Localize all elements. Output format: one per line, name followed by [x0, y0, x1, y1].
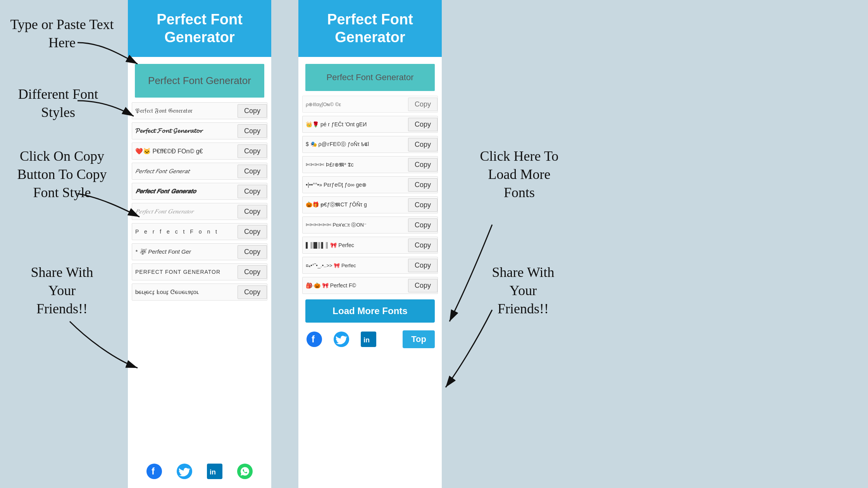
annotation-load-more: Click Here ToLoad MoreFonts — [465, 147, 574, 201]
right-panel-input: Perfect Font Generator — [305, 64, 435, 91]
copy-button[interactable]: Copy — [238, 285, 267, 299]
font-text: 𝙋𝙚𝙧𝙛𝙚𝙘𝙩 𝙁𝙤𝙣𝙩 𝙂𝙚𝙣𝙚𝙧𝙖𝙩𝙤 — [132, 186, 238, 197]
copy-button[interactable]: Copy — [408, 98, 437, 111]
font-row: P e r f e c t F o n t Copy — [132, 223, 267, 240]
font-text: 𝑃𝑒𝑟𝑓𝑒𝑐𝑡 𝐹𝑜𝑛𝑡 𝐺𝑒𝑛𝑒𝑟𝑎𝑡𝑜𝑟 — [132, 206, 238, 217]
font-row: $ 🎭 ρ@𝕣FE©⓪ ƒoŇτ ҍ𝕮l Copy — [302, 136, 438, 153]
font-row: ▌║█║▌║ 🎀 Perfec Copy — [302, 237, 438, 254]
font-row: 𝓟𝓮𝓻𝓯𝓮𝓬𝓽 𝓕𝓸𝓷𝓽 𝓖𝓮𝓷𝓮𝓻𝓪𝓽𝓸𝓻 Copy — [132, 122, 267, 139]
linkedin-icon[interactable]: in — [360, 330, 377, 348]
font-row: 🎒·🎃 🎀 Perfect F© Copy — [302, 277, 438, 294]
font-text: ¤₄•°˜•_.•..>> 🎀 Perfec — [303, 260, 408, 271]
font-text: ɹoʇɐɹǝuǝ⅁ ʇuoℲ ʇɔǝɟɹǝd — [132, 286, 238, 298]
copy-button[interactable]: Copy — [238, 245, 267, 259]
font-text: 👑🌹 pé r ƒEČt 'Ont gEИ — [303, 119, 408, 130]
font-text: PERFECT FONT GENERATOR — [132, 266, 238, 277]
right-panel-header: Perfect Font Generator — [298, 0, 442, 57]
font-text: ❤️🐱 P€ff€©Ð FOn© g€ — [132, 145, 238, 157]
left-panel: Perfect Font Generator 𝔓𝔢𝔯𝔣𝔢𝔠𝔱 𝔉𝔬𝔫𝔱 𝔊𝔢𝔫𝔢… — [128, 0, 271, 488]
whatsapp-icon[interactable] — [236, 462, 254, 480]
copy-button[interactable]: Copy — [408, 158, 437, 172]
font-row: PERFECT FONT GENERATOR Copy — [132, 263, 267, 280]
font-row: ✄✄✄✄✄✄ Pεя'e□τ ⓪ON⁻ Copy — [302, 217, 438, 234]
font-text: ✄✄✄✄ Þ£r⊕𝕸ᵃ 𝕿c — [303, 159, 408, 170]
top-button[interactable]: Top — [403, 330, 435, 348]
font-row: ɹoʇɐɹǝuǝ⅁ ʇuoℲ ʇɔǝɟɹǝd Copy — [132, 284, 267, 301]
facebook-icon[interactable]: f — [145, 462, 163, 480]
annotation-share-right: Share WithYourFriends!! — [473, 263, 574, 318]
twitter-icon[interactable] — [332, 330, 350, 348]
copy-button[interactable]: Copy — [238, 165, 267, 178]
font-row: ❤️🐱 P€ff€©Ð FOn© g€ Copy — [132, 143, 267, 160]
copy-button[interactable]: Copy — [408, 138, 437, 151]
copy-button[interactable]: Copy — [408, 198, 437, 212]
facebook-icon[interactable]: f — [305, 330, 323, 348]
annotation-different-styles: Different FontStyles — [4, 85, 112, 122]
font-text: •|••°°•» Pεrƒe©ţ ƒo∞ ge⊗ — [303, 179, 408, 190]
font-text: * 🐺 Perfect Font Ger — [132, 246, 238, 258]
font-row: 𝘗𝘦𝘳𝘧𝘦𝘤𝘵 𝘍𝘰𝘯𝘵 𝘎𝘦𝘯𝘦𝘳𝘢𝘵 Copy — [132, 163, 267, 180]
font-text: 𝓟𝓮𝓻𝓯𝓮𝓬𝓽 𝓕𝓸𝓷𝓽 𝓖𝓮𝓷𝓮𝓻𝓪𝓽𝓸𝓻 — [132, 125, 238, 137]
font-row: 𝙋𝙚𝙧𝙛𝙚𝙘𝙩 𝙁𝙤𝙣𝙩 𝙂𝙚𝙣𝙚𝙧𝙖𝙩𝙤 Copy — [132, 183, 267, 200]
font-row: ¤₄•°˜•_.•..>> 🎀 Perfec Copy — [302, 257, 438, 274]
copy-button[interactable]: Copy — [238, 185, 267, 198]
linkedin-icon[interactable]: in — [206, 462, 224, 480]
bottom-bar-right: f in Top — [298, 326, 442, 352]
right-panel: Perfect Font Generator Perfect Font Gene… — [298, 0, 442, 488]
font-text: 𝘗𝘦𝘳𝘧𝘦𝘤𝘵 𝘍𝘰𝘯𝘵 𝘎𝘦𝘯𝘦𝘳𝘢𝘵 — [132, 165, 238, 177]
copy-button[interactable]: Copy — [238, 144, 267, 158]
copy-button[interactable]: Copy — [238, 104, 267, 118]
font-text: ▌║█║▌║ 🎀 Perfec — [303, 240, 408, 251]
load-more-button[interactable]: Load More Fonts — [305, 299, 435, 323]
social-bar-left: f in — [128, 455, 271, 488]
svg-text:f: f — [152, 466, 155, 476]
twitter-icon[interactable] — [176, 462, 193, 480]
copy-button[interactable]: Copy — [238, 205, 267, 218]
text-input[interactable] — [135, 64, 264, 98]
font-text: ρ⊕ℓℓαγ∫Oɴ© ©ε — [303, 99, 408, 110]
font-row: 𝔓𝔢𝔯𝔣𝔢𝔠𝔱 𝔉𝔬𝔫𝔱 𝔊𝔢𝔫𝔢𝔯𝔞𝔱𝔬𝔯 Copy — [132, 102, 267, 119]
font-text: 🎃🎁 ᵽ€ƒ⓪𝕸CT ƒÔŇτ g — [303, 199, 408, 211]
copy-button[interactable]: Copy — [408, 279, 437, 292]
svg-text:in: in — [210, 468, 216, 476]
annotation-type-here: Type or Paste TextHere — [8, 15, 116, 52]
svg-text:in: in — [363, 336, 370, 344]
copy-button[interactable]: Copy — [238, 124, 267, 138]
copy-button[interactable]: Copy — [238, 265, 267, 279]
annotation-click-copy: Click On CopyButton To CopyFont Style — [8, 147, 116, 201]
font-row: 🎃🎁 ᵽ€ƒ⓪𝕸CT ƒÔŇτ g Copy — [302, 196, 438, 213]
font-text: 🎒·🎃 🎀 Perfect F© — [303, 280, 408, 291]
font-row: ρ⊕ℓℓαγ∫Oɴ© ©ε Copy — [302, 96, 438, 113]
left-panel-header: Perfect Font Generator — [128, 0, 271, 57]
copy-button[interactable]: Copy — [408, 178, 437, 192]
font-row: 𝑃𝑒𝑟𝑓𝑒𝑐𝑡 𝐹𝑜𝑛𝑡 𝐺𝑒𝑛𝑒𝑟𝑎𝑡𝑜𝑟 Copy — [132, 203, 267, 220]
font-row: •|••°°•» Pεrƒe©ţ ƒo∞ ge⊗ Copy — [302, 176, 438, 193]
copy-button[interactable]: Copy — [408, 218, 437, 232]
copy-button[interactable]: Copy — [408, 259, 437, 272]
font-text: 𝔓𝔢𝔯𝔣𝔢𝔠𝔱 𝔉𝔬𝔫𝔱 𝔊𝔢𝔫𝔢𝔯𝔞𝔱𝔬𝔯 — [132, 105, 238, 117]
svg-text:f: f — [312, 334, 315, 344]
copy-button[interactable]: Copy — [238, 225, 267, 239]
annotation-share-left: Share WithYourFriends!! — [12, 263, 112, 318]
font-row: * 🐺 Perfect Font Ger Copy — [132, 243, 267, 260]
font-text: P e r f e c t F o n t — [132, 226, 238, 237]
copy-button[interactable]: Copy — [408, 239, 437, 252]
font-text: $ 🎭 ρ@𝕣FE©⓪ ƒoŇτ ҍ𝕮l — [303, 139, 408, 150]
copy-button[interactable]: Copy — [408, 118, 437, 131]
font-row: ✄✄✄✄ Þ£r⊕𝕸ᵃ 𝕿c Copy — [302, 156, 438, 173]
font-text: ✄✄✄✄✄✄ Pεя'e□τ ⓪ON⁻ — [303, 219, 408, 231]
font-row: 👑🌹 pé r ƒEČt 'Ont gEИ Copy — [302, 116, 438, 133]
